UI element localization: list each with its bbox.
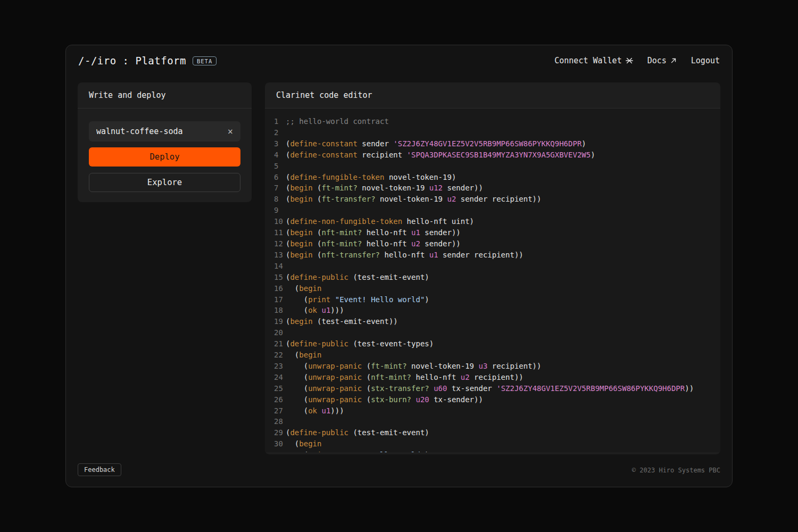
line-number: 22 — [265, 350, 286, 361]
line-number: 27 — [265, 405, 286, 417]
logout-label: Logout — [691, 56, 720, 65]
logout-button[interactable]: Logout — [691, 56, 720, 65]
code-line: 23 (unwrap-panic (ft-mint? novel-token-1… — [265, 361, 720, 372]
line-number: 13 — [265, 250, 286, 261]
code-line: 27 (ok u1))) — [265, 405, 720, 417]
code-line: 12(begin (nft-mint? hello-nft u2 sender)… — [265, 238, 720, 250]
docs-link[interactable]: Docs — [647, 56, 677, 65]
code-line: 8(begin (ft-transfer? novel-token-19 u2 … — [265, 194, 720, 205]
contract-name-input[interactable] — [96, 127, 223, 136]
line-number: 10 — [265, 216, 286, 227]
write-and-deploy-panel: Write and deploy × Deploy Explore — [78, 82, 252, 202]
app-logo: /-/iro : Platform — [78, 55, 186, 66]
arrow-up-right-icon — [670, 57, 677, 64]
line-number: 12 — [265, 238, 286, 250]
code-line: 30 (begin — [265, 438, 720, 450]
line-number: 30 — [265, 438, 286, 450]
line-number: 29 — [265, 427, 286, 438]
deploy-panel-title: Write and deploy — [89, 90, 166, 100]
code-lines[interactable]: 1;; hello-world contract23(define-consta… — [265, 109, 720, 452]
line-number: 3 — [265, 138, 286, 149]
copyright-text: © 2023 Hiro Systems PBC — [632, 467, 720, 474]
line-number: 14 — [265, 261, 286, 272]
code-line: 19(begin (test-emit-event)) — [265, 316, 720, 327]
connect-wallet-button[interactable]: Connect Wallet — [554, 56, 633, 65]
line-number: 28 — [265, 416, 286, 427]
code-line: 1;; hello-world contract — [265, 116, 720, 127]
code-line: 28 — [265, 416, 720, 427]
deploy-panel-header: Write and deploy — [78, 82, 252, 109]
code-line: 21(define-public (test-event-types) — [265, 338, 720, 350]
code-line: 29(define-public (test-emit-event) — [265, 427, 720, 438]
code-line: 2 — [265, 127, 720, 138]
line-number: 16 — [265, 283, 286, 294]
code-line: 25 (unwrap-panic (stx-transfer? u60 tx-s… — [265, 383, 720, 394]
code-line: 26 (unwrap-panic (stx-burn? u20 tx-sende… — [265, 394, 720, 405]
line-number: 18 — [265, 305, 286, 316]
header: /-/iro : Platform BETA Connect Wallet Do… — [66, 45, 732, 76]
code-line: 3(define-constant sender 'SZ2J6ZY48GV1EZ… — [265, 138, 720, 149]
line-number: 15 — [265, 272, 286, 283]
line-number: 6 — [265, 172, 286, 183]
line-number: 2 — [265, 127, 286, 138]
code-line: 13(begin (nft-transfer? hello-nft u1 sen… — [265, 250, 720, 261]
code-line: 20 — [265, 327, 720, 338]
line-number: 26 — [265, 394, 286, 405]
line-number: 31 — [265, 450, 286, 452]
line-number: 24 — [265, 372, 286, 383]
beta-badge: BETA — [193, 56, 217, 65]
editor-panel-title: Clarinet code editor — [276, 90, 372, 100]
line-number: 23 — [265, 361, 286, 372]
code-line: 7(begin (ft-mint? novel-token-19 u12 sen… — [265, 182, 720, 194]
line-number: 21 — [265, 338, 286, 350]
line-number: 19 — [265, 316, 286, 327]
line-number: 17 — [265, 294, 286, 305]
code-line: 24 (unwrap-panic (nft-mint? hello-nft u2… — [265, 372, 720, 383]
deploy-button[interactable]: Deploy — [89, 147, 240, 167]
code-line: 16 (begin — [265, 283, 720, 294]
stacks-asterisk-icon — [626, 57, 633, 64]
deploy-panel-body: × Deploy Explore — [78, 109, 252, 192]
code-line: 5 — [265, 161, 720, 172]
code-line: 10(define-non-fungible-token hello-nft u… — [265, 216, 720, 227]
line-number: 25 — [265, 383, 286, 394]
editor-panel-header: Clarinet code editor — [265, 82, 720, 109]
line-number: 1 — [265, 116, 286, 127]
code-line: 9 — [265, 205, 720, 216]
clear-input-icon[interactable]: × — [223, 127, 233, 136]
app-card: /-/iro : Platform BETA Connect Wallet Do… — [65, 45, 733, 487]
code-line: 6(define-fungible-token novel-token-19) — [265, 172, 720, 183]
line-number: 20 — [265, 327, 286, 338]
header-nav: Connect Wallet Docs — [554, 56, 720, 65]
code-line: 18 (ok u1))) — [265, 305, 720, 316]
explore-button[interactable]: Explore — [89, 173, 240, 192]
line-number: 4 — [265, 149, 286, 161]
line-number: 7 — [265, 182, 286, 194]
docs-label: Docs — [647, 56, 667, 65]
code-line: 11(begin (nft-mint? hello-nft u1 sender)… — [265, 227, 720, 238]
connect-wallet-label: Connect Wallet — [554, 56, 621, 65]
code-line: 22 (begin — [265, 350, 720, 361]
code-line: 31 (print "Event! Hello world") — [265, 450, 720, 452]
code-line: 14 — [265, 261, 720, 272]
contract-name-field: × — [89, 121, 240, 142]
feedback-button[interactable]: Feedback — [78, 463, 121, 476]
line-number: 9 — [265, 205, 286, 216]
line-number: 5 — [265, 161, 286, 172]
code-line: 17 (print "Event! Hello world") — [265, 294, 720, 305]
line-number: 11 — [265, 227, 286, 238]
line-number: 8 — [265, 194, 286, 205]
code-line: 15(define-public (test-emit-event) — [265, 272, 720, 283]
clarinet-editor-panel: Clarinet code editor 1;; hello-world con… — [265, 82, 720, 454]
code-line: 4(define-constant recipient 'SPQA3DPKASE… — [265, 149, 720, 161]
